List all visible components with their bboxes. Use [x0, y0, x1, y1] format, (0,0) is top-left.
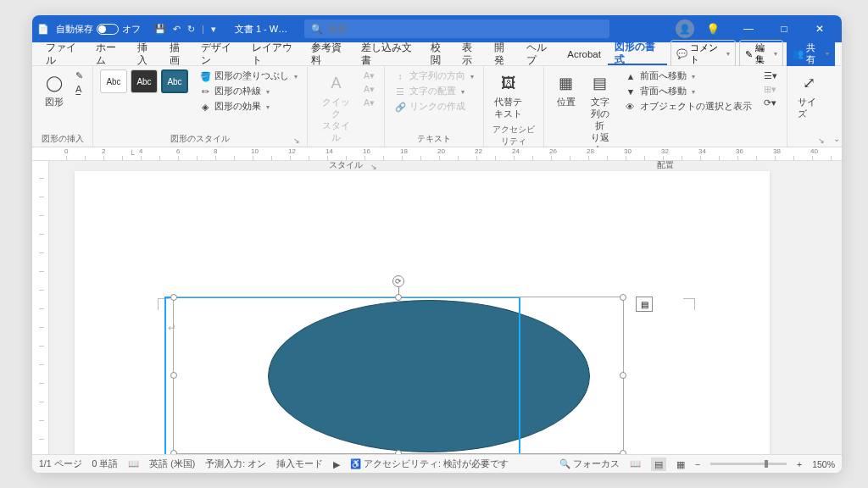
tab-insert[interactable]: 挿入: [131, 42, 163, 65]
group-label: 図形のスタイル: [170, 134, 230, 143]
selection-pane-button[interactable]: 👁オブジェクトの選択と表示: [622, 100, 754, 114]
layout-options-button[interactable]: ▤: [636, 297, 653, 312]
resize-handle-nw[interactable]: [170, 294, 177, 301]
tab-draw[interactable]: 描画: [163, 42, 195, 65]
send-backward-button[interactable]: ▼背面へ移動▾: [622, 85, 754, 98]
word-icon: 📄: [37, 24, 49, 35]
style-preset-2[interactable]: Abc: [131, 69, 158, 93]
selection-bounding-box[interactable]: ⟳: [173, 297, 624, 454]
editing-button[interactable]: ✎ 編集▾: [739, 40, 784, 69]
group-wordart: A クイック スタイル A▾ A▾ A▾ ワードアートのスタイル↘: [308, 66, 385, 147]
shape-fill-button[interactable]: 🪣図形の塗りつぶし▾: [197, 69, 300, 83]
tab-references[interactable]: 参考資料: [304, 42, 354, 65]
predictive-input[interactable]: 予測入力: オン: [205, 458, 266, 470]
group-size: ⤢サイズ ↘: [787, 66, 832, 147]
zoom-level[interactable]: 150%: [812, 459, 835, 469]
page[interactable]: ↵ ⟳ ▤: [75, 171, 770, 454]
toggle-icon: [97, 24, 119, 35]
autosave-toggle[interactable]: 自動保存 オフ: [56, 23, 141, 36]
zoom-slider[interactable]: [710, 463, 787, 465]
read-mode-icon[interactable]: 📖: [630, 458, 641, 469]
tab-file[interactable]: ファイル: [39, 42, 89, 65]
front-icon: ▲: [625, 70, 637, 82]
collapse-ribbon-icon[interactable]: ⌄: [833, 134, 840, 143]
text-outline-icon: A▾: [361, 83, 377, 95]
edit-shape-icon[interactable]: ✎: [73, 69, 86, 81]
user-avatar[interactable]: 👤: [676, 19, 694, 38]
style-preset-3[interactable]: Abc: [161, 69, 188, 93]
vertical-ruler[interactable]: [32, 161, 49, 454]
zoom-in-button[interactable]: +: [797, 459, 802, 469]
resize-handle-sw[interactable]: [170, 450, 177, 454]
resize-handle-se[interactable]: [620, 450, 626, 454]
tab-design[interactable]: デザイン: [194, 42, 244, 65]
word-count[interactable]: 0 単語: [92, 458, 119, 470]
tab-developer[interactable]: 開発: [487, 42, 520, 65]
style-preset-1[interactable]: Abc: [100, 69, 127, 93]
group-arrange: ▦位置 ▤文字列の折 り返し ▲前面へ移動▾ ▼背面へ移動▾ 👁オブジェクトの選…: [544, 66, 787, 147]
search-input[interactable]: [328, 24, 603, 34]
help-lamp-icon[interactable]: 💡: [696, 15, 730, 42]
resize-handle-e[interactable]: [620, 372, 626, 379]
shape-effects-button[interactable]: ◈図形の効果▾: [197, 100, 300, 114]
alt-text-button[interactable]: 🖼 代替テ キスト: [491, 69, 526, 122]
titlebar: 📄 自動保存 オフ 💾 ↶ ↻ | ▾ 文書 1 ‐ W… 🔍 👤 💡 — □: [32, 15, 842, 42]
save-icon[interactable]: 💾: [154, 24, 166, 35]
search-box[interactable]: 🔍: [304, 19, 609, 38]
focus-mode[interactable]: 🔍 フォーカス: [559, 458, 620, 470]
web-layout-icon[interactable]: ▦: [676, 459, 685, 469]
close-button[interactable]: ✕: [803, 15, 837, 42]
maximize-button[interactable]: □: [767, 15, 801, 42]
shapes-button[interactable]: ◯ 図形: [39, 69, 70, 110]
print-layout-icon[interactable]: ▤: [651, 458, 666, 471]
resize-handle-ne[interactable]: [620, 294, 626, 301]
tab-view[interactable]: 表示: [455, 42, 487, 65]
qat-divider: |: [202, 24, 204, 34]
accessibility-status[interactable]: ♿ アクセシビリティ: 検討が必要です: [350, 458, 509, 470]
tab-layout[interactable]: レイアウト: [245, 42, 304, 65]
macro-icon[interactable]: ▶: [333, 459, 340, 469]
group-label: テキスト: [417, 134, 451, 143]
rotate-button[interactable]: ⟳▾: [761, 97, 780, 108]
bring-forward-button[interactable]: ▲前面へ移動▾: [622, 69, 754, 83]
qat-more-icon[interactable]: ▾: [211, 24, 216, 35]
tab-home[interactable]: ホーム: [89, 42, 131, 65]
align-button[interactable]: ☰▾: [761, 69, 780, 81]
size-button[interactable]: ⤢サイズ: [794, 69, 825, 122]
tab-help[interactable]: ヘルプ: [520, 42, 561, 65]
effects-icon: ◈: [199, 101, 211, 113]
tab-mailings[interactable]: 差し込み文書: [354, 42, 423, 65]
align-text-button: ☰文字の配置▾: [392, 85, 476, 98]
group-accessibility: 🖼 代替テ キスト アクセシビリティ: [484, 66, 544, 147]
text-box-icon[interactable]: A̲: [73, 83, 86, 95]
tab-acrobat[interactable]: Acrobat: [560, 42, 608, 65]
language-status[interactable]: 英語 (米国): [149, 458, 195, 470]
insert-mode[interactable]: 挿入モード: [276, 458, 323, 470]
resize-handle-w[interactable]: [170, 372, 177, 379]
text-direction-button: ↕文字列の方向▾: [392, 69, 476, 83]
zoom-out-button[interactable]: −: [695, 459, 700, 469]
dialog-launcher-icon[interactable]: ↘: [293, 136, 300, 145]
wrap-text-button[interactable]: ▤文字列の折 り返し: [585, 69, 615, 158]
tab-shape-format[interactable]: 図形の書式: [608, 42, 667, 65]
redo-icon[interactable]: ↻: [187, 24, 195, 35]
document-title: 文書 1 ‐ W…: [235, 23, 287, 36]
comments-button[interactable]: 💬 コメント▾: [670, 40, 735, 69]
horizontal-ruler[interactable]: └: [32, 147, 842, 161]
outline-icon: ✏: [199, 86, 211, 97]
group-shape-styles: Abc Abc Abc 🪣図形の塗りつぶし▾ ✏図形の枠線▾ ◈図形の効果▾ 図…: [93, 66, 308, 147]
position-button[interactable]: ▦位置: [551, 69, 581, 110]
dialog-launcher-icon[interactable]: ↘: [818, 136, 825, 145]
minimize-button[interactable]: —: [732, 15, 765, 42]
alt-text-icon: 🖼: [497, 71, 520, 95]
share-button[interactable]: 👥 共有▾: [787, 40, 835, 69]
rotate-handle[interactable]: ⟳: [392, 275, 404, 287]
tab-review[interactable]: 校閲: [424, 42, 456, 65]
undo-icon[interactable]: ↶: [173, 24, 181, 35]
page-count[interactable]: 1/1 ページ: [39, 458, 82, 470]
search-icon: 🔍: [311, 24, 323, 35]
resize-handle-s[interactable]: [395, 450, 402, 454]
resize-handle-n[interactable]: [395, 294, 402, 301]
shape-outline-button[interactable]: ✏図形の枠線▾: [197, 85, 300, 98]
spellcheck-icon[interactable]: 📖: [128, 458, 139, 469]
